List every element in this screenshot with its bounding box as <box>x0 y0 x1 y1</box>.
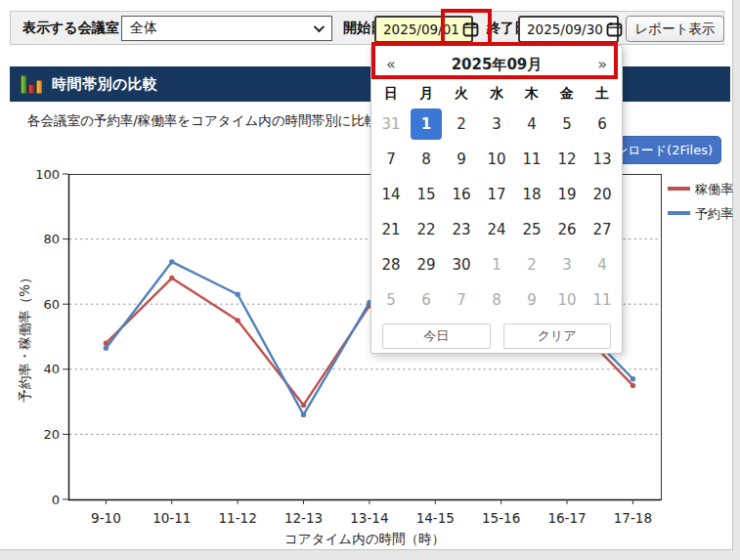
calendar-day[interactable]: 8 <box>409 142 444 177</box>
calendar-day[interactable]: 15 <box>409 177 444 212</box>
end-date-input[interactable]: 2025/09/30 <box>518 16 619 43</box>
chevron-down-icon <box>314 22 325 32</box>
weekday-label: 木 <box>514 81 549 107</box>
calendar-icon[interactable] <box>606 22 623 37</box>
clear-button[interactable]: クリア <box>503 323 612 349</box>
calendar-day[interactable]: 10 <box>479 142 514 177</box>
svg-text:17-18: 17-18 <box>614 510 652 526</box>
svg-text:11-12: 11-12 <box>219 510 257 526</box>
calendar-day[interactable]: 29 <box>409 247 444 282</box>
svg-text:9-10: 9-10 <box>91 510 121 526</box>
calendar-day[interactable]: 27 <box>585 212 620 247</box>
weekday-label: 火 <box>444 81 479 107</box>
calendar-day[interactable]: 21 <box>373 212 409 247</box>
svg-text:稼働率: 稼働率 <box>694 182 733 196</box>
calendar-day[interactable]: 4 <box>585 247 620 282</box>
calendar-day[interactable]: 9 <box>444 142 479 177</box>
calendar-day[interactable]: 7 <box>373 142 409 177</box>
download-button-label: ンロード(2Files) <box>615 142 713 159</box>
weekday-label: 月 <box>409 81 444 107</box>
calendar-day[interactable]: 9 <box>514 282 549 318</box>
calendar-day[interactable]: 25 <box>514 212 549 247</box>
today-button[interactable]: 今日 <box>382 323 491 349</box>
calendar-day[interactable]: 22 <box>409 212 444 247</box>
calendar-day[interactable]: 2 <box>514 247 549 282</box>
calendar-day[interactable]: 12 <box>549 142 585 177</box>
svg-text:14-15: 14-15 <box>416 510 455 526</box>
svg-text:予約率・稼働率（%）: 予約率・稼働率（%） <box>17 271 32 402</box>
weekday-label: 金 <box>549 81 585 107</box>
calendar-day[interactable]: 24 <box>479 212 514 247</box>
report-page: 0204060801009-1010-1111-1212-1313-1414-1… <box>0 0 733 550</box>
calendar-day-grid: 3112345678910111213141516171819202122232… <box>371 107 622 318</box>
calendar-day[interactable]: 16 <box>444 177 479 212</box>
svg-text:16-17: 16-17 <box>547 510 586 526</box>
calendar-day[interactable]: 1 <box>479 247 514 282</box>
calendar-day[interactable]: 28 <box>373 247 409 282</box>
room-select-label: 表示する会議室 <box>22 20 119 37</box>
datepicker-popup: « 2025年09月 » 日月火水木金土 3112345678910111213… <box>370 45 623 354</box>
svg-text:80: 80 <box>43 232 60 246</box>
calendar-day[interactable]: 19 <box>549 177 585 212</box>
toolbar: 表示する会議室 全体 開始日 2025/09/01 終了日 2025/09/30 <box>10 11 724 45</box>
weekday-label: 土 <box>585 81 620 107</box>
calendar-day[interactable]: 11 <box>585 282 620 318</box>
month-title: 2025年09月 <box>452 56 543 74</box>
svg-text:予約率: 予約率 <box>695 206 733 221</box>
calendar-day[interactable]: 3 <box>549 247 585 282</box>
section-title: 時間帯別の比較 <box>52 75 158 94</box>
calendar-day[interactable]: 4 <box>514 107 549 142</box>
weekday-label: 水 <box>479 81 514 107</box>
calendar-day[interactable]: 31 <box>373 107 409 142</box>
calendar-day[interactable]: 26 <box>549 212 585 247</box>
calendar-day[interactable]: 18 <box>514 177 549 212</box>
weekday-row: 日月火水木金土 <box>371 81 622 107</box>
svg-text:10-11: 10-11 <box>152 510 191 526</box>
calendar-day[interactable]: 5 <box>373 282 409 318</box>
bar-chart-icon <box>21 74 42 94</box>
calendar-day[interactable]: 6 <box>585 107 620 142</box>
svg-text:40: 40 <box>43 362 60 376</box>
room-select-value: 全体 <box>130 20 157 37</box>
calendar-day[interactable]: 5 <box>549 107 585 142</box>
calendar-day[interactable]: 7 <box>444 282 479 318</box>
svg-text:0: 0 <box>52 493 60 507</box>
report-button[interactable]: レポート表示 <box>626 16 724 42</box>
datepicker-footer: 今日 クリア <box>371 318 622 349</box>
svg-text:コアタイム内の時間（時）: コアタイム内の時間（時） <box>284 531 445 546</box>
calendar-day[interactable]: 3 <box>479 107 514 142</box>
svg-text:20: 20 <box>43 427 60 442</box>
calendar-day[interactable]: 2 <box>444 107 479 142</box>
svg-text:60: 60 <box>43 297 60 312</box>
svg-text:13-14: 13-14 <box>350 510 388 526</box>
svg-text:100: 100 <box>35 167 60 182</box>
svg-text:15-16: 15-16 <box>482 510 520 526</box>
end-date-value: 2025/09/30 <box>527 22 603 37</box>
calendar-day[interactable]: 11 <box>514 142 549 177</box>
start-date-input[interactable]: 2025/09/01 <box>374 16 473 43</box>
calendar-day[interactable]: 20 <box>585 177 620 212</box>
start-date-value: 2025/09/01 <box>383 22 459 37</box>
calendar-day[interactable]: 8 <box>479 282 514 318</box>
calendar-day[interactable]: 30 <box>444 247 479 282</box>
calendar-day[interactable]: 10 <box>549 282 585 318</box>
calendar-day[interactable]: 17 <box>479 177 514 212</box>
calendar-icon[interactable] <box>462 22 479 37</box>
prev-month-button[interactable]: « <box>386 57 396 72</box>
calendar-day-selected[interactable]: 1 <box>409 107 444 142</box>
room-select[interactable]: 全体 <box>121 16 332 41</box>
section-description: 各会議室の予約率/稼働率をコアタイム内の時間帯別に比較 <box>27 112 377 130</box>
calendar-day[interactable]: 6 <box>409 282 444 318</box>
datepicker-header: « 2025年09月 » <box>371 48 622 81</box>
calendar-day[interactable]: 14 <box>373 177 409 212</box>
svg-text:12-13: 12-13 <box>284 510 323 526</box>
next-month-button[interactable]: » <box>597 57 607 72</box>
calendar-day[interactable]: 23 <box>444 212 479 247</box>
calendar-day[interactable]: 13 <box>585 142 620 177</box>
weekday-label: 日 <box>373 81 409 107</box>
